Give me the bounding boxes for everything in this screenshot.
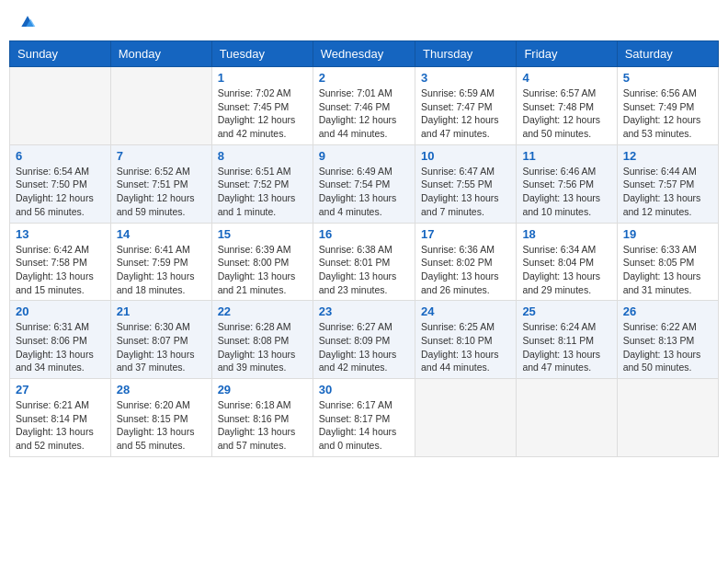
weekday-header: Sunday: [10, 41, 111, 67]
day-info: Sunrise: 7:02 AMSunset: 7:45 PMDaylight:…: [218, 86, 307, 141]
day-info: Sunrise: 6:24 AMSunset: 8:11 PMDaylight:…: [522, 320, 610, 374]
day-number: 15: [218, 227, 307, 241]
calendar-cell: 3Sunrise: 6:59 AMSunset: 7:47 PMDaylight…: [415, 67, 516, 145]
day-info: Sunrise: 6:34 AMSunset: 8:04 PMDaylight:…: [522, 243, 610, 297]
calendar-cell: 2Sunrise: 7:01 AMSunset: 7:46 PMDaylight…: [313, 67, 415, 145]
day-number: 26: [623, 304, 712, 318]
logo-icon: [18, 13, 37, 31]
day-number: 22: [218, 304, 307, 318]
day-number: 13: [16, 227, 105, 241]
calendar-cell: 17Sunrise: 6:36 AMSunset: 8:02 PMDayligh…: [415, 223, 516, 301]
day-info: Sunrise: 6:44 AMSunset: 7:57 PMDaylight:…: [623, 165, 712, 219]
day-info: Sunrise: 6:46 AMSunset: 7:56 PMDaylight:…: [522, 165, 610, 219]
day-info: Sunrise: 6:22 AMSunset: 8:13 PMDaylight:…: [623, 320, 712, 374]
calendar-cell: 14Sunrise: 6:41 AMSunset: 7:59 PMDayligh…: [110, 223, 211, 301]
calendar-cell: 7Sunrise: 6:52 AMSunset: 7:51 PMDaylight…: [110, 144, 211, 223]
day-info: Sunrise: 6:56 AMSunset: 7:49 PMDaylight:…: [623, 86, 712, 141]
calendar-cell: 20Sunrise: 6:31 AMSunset: 8:06 PMDayligh…: [10, 301, 111, 379]
weekday-header: Wednesday: [313, 41, 415, 67]
day-info: Sunrise: 6:17 AMSunset: 8:17 PMDaylight:…: [319, 398, 409, 453]
day-number: 7: [117, 149, 206, 163]
day-info: Sunrise: 6:21 AMSunset: 8:14 PMDaylight:…: [16, 398, 105, 453]
day-number: 8: [218, 149, 307, 163]
weekday-header: Tuesday: [211, 41, 313, 67]
day-info: Sunrise: 6:33 AMSunset: 8:05 PMDaylight:…: [623, 243, 712, 297]
calendar-cell: 16Sunrise: 6:38 AMSunset: 8:01 PMDayligh…: [313, 223, 415, 301]
day-number: 30: [319, 383, 409, 396]
weekday-header: Thursday: [415, 41, 516, 67]
day-number: 24: [421, 304, 510, 318]
day-number: 21: [117, 304, 206, 318]
calendar-cell: 1Sunrise: 7:02 AMSunset: 7:45 PMDaylight…: [211, 67, 313, 145]
day-number: 4: [522, 71, 610, 85]
day-number: 3: [421, 71, 510, 85]
day-number: 6: [16, 149, 105, 163]
calendar-cell: 5Sunrise: 6:56 AMSunset: 7:49 PMDaylight…: [617, 67, 718, 145]
calendar-cell: 6Sunrise: 6:54 AMSunset: 7:50 PMDaylight…: [10, 144, 111, 223]
day-number: 11: [522, 149, 610, 163]
day-info: Sunrise: 6:54 AMSunset: 7:50 PMDaylight:…: [16, 165, 105, 219]
calendar-cell: [415, 379, 516, 457]
calendar-cell: 26Sunrise: 6:22 AMSunset: 8:13 PMDayligh…: [617, 301, 718, 379]
day-number: 10: [421, 149, 510, 163]
calendar-cell: 11Sunrise: 6:46 AMSunset: 7:56 PMDayligh…: [517, 144, 617, 223]
logo: [17, 13, 37, 31]
day-info: Sunrise: 6:30 AMSunset: 8:07 PMDaylight:…: [117, 320, 206, 374]
calendar-header-row: SundayMondayTuesdayWednesdayThursdayFrid…: [10, 41, 719, 67]
day-number: 19: [623, 227, 712, 241]
day-number: 12: [623, 149, 712, 163]
calendar-week-row: 6Sunrise: 6:54 AMSunset: 7:50 PMDaylight…: [10, 144, 719, 223]
day-number: 2: [319, 71, 409, 85]
calendar-cell: 27Sunrise: 6:21 AMSunset: 8:14 PMDayligh…: [10, 379, 111, 457]
calendar-cell: 19Sunrise: 6:33 AMSunset: 8:05 PMDayligh…: [617, 223, 718, 301]
calendar-cell: 30Sunrise: 6:17 AMSunset: 8:17 PMDayligh…: [313, 379, 415, 457]
day-info: Sunrise: 6:36 AMSunset: 8:02 PMDaylight:…: [421, 243, 510, 297]
day-info: Sunrise: 6:39 AMSunset: 8:00 PMDaylight:…: [218, 243, 307, 297]
calendar-week-row: 27Sunrise: 6:21 AMSunset: 8:14 PMDayligh…: [10, 379, 719, 457]
day-info: Sunrise: 6:51 AMSunset: 7:52 PMDaylight:…: [218, 165, 307, 219]
day-number: 14: [117, 227, 206, 241]
day-info: Sunrise: 6:52 AMSunset: 7:51 PMDaylight:…: [117, 165, 206, 219]
day-info: Sunrise: 6:18 AMSunset: 8:16 PMDaylight:…: [218, 398, 307, 453]
calendar-cell: 4Sunrise: 6:57 AMSunset: 7:48 PMDaylight…: [517, 67, 617, 145]
day-info: Sunrise: 6:47 AMSunset: 7:55 PMDaylight:…: [421, 165, 510, 219]
day-number: 18: [522, 227, 610, 241]
calendar-table: SundayMondayTuesdayWednesdayThursdayFrid…: [9, 40, 719, 457]
calendar-cell: 12Sunrise: 6:44 AMSunset: 7:57 PMDayligh…: [617, 144, 718, 223]
calendar-cell: 13Sunrise: 6:42 AMSunset: 7:58 PMDayligh…: [10, 223, 111, 301]
calendar-cell: [617, 379, 718, 457]
day-info: Sunrise: 6:28 AMSunset: 8:08 PMDaylight:…: [218, 320, 307, 374]
day-number: 28: [117, 383, 206, 396]
day-info: Sunrise: 7:01 AMSunset: 7:46 PMDaylight:…: [319, 86, 409, 141]
day-info: Sunrise: 6:25 AMSunset: 8:10 PMDaylight:…: [421, 320, 510, 374]
day-number: 5: [623, 71, 712, 85]
weekday-header: Saturday: [617, 41, 718, 67]
day-info: Sunrise: 6:27 AMSunset: 8:09 PMDaylight:…: [319, 320, 409, 374]
day-number: 20: [16, 304, 105, 318]
day-info: Sunrise: 6:42 AMSunset: 7:58 PMDaylight:…: [16, 243, 105, 297]
day-number: 17: [421, 227, 510, 241]
day-number: 25: [522, 304, 610, 318]
day-number: 9: [319, 149, 409, 163]
calendar-cell: 22Sunrise: 6:28 AMSunset: 8:08 PMDayligh…: [211, 301, 313, 379]
calendar-cell: 10Sunrise: 6:47 AMSunset: 7:55 PMDayligh…: [415, 144, 516, 223]
calendar-cell: 23Sunrise: 6:27 AMSunset: 8:09 PMDayligh…: [313, 301, 415, 379]
weekday-header: Friday: [517, 41, 617, 67]
calendar-week-row: 1Sunrise: 7:02 AMSunset: 7:45 PMDaylight…: [10, 67, 719, 145]
calendar-cell: [517, 379, 617, 457]
calendar-cell: [110, 67, 211, 145]
day-info: Sunrise: 6:31 AMSunset: 8:06 PMDaylight:…: [16, 320, 105, 374]
day-info: Sunrise: 6:57 AMSunset: 7:48 PMDaylight:…: [522, 86, 610, 141]
day-number: 27: [16, 383, 105, 396]
calendar-week-row: 20Sunrise: 6:31 AMSunset: 8:06 PMDayligh…: [10, 301, 719, 379]
calendar-cell: 9Sunrise: 6:49 AMSunset: 7:54 PMDaylight…: [313, 144, 415, 223]
calendar-cell: 24Sunrise: 6:25 AMSunset: 8:10 PMDayligh…: [415, 301, 516, 379]
calendar-cell: 29Sunrise: 6:18 AMSunset: 8:16 PMDayligh…: [211, 379, 313, 457]
day-info: Sunrise: 6:49 AMSunset: 7:54 PMDaylight:…: [319, 165, 409, 219]
weekday-header: Monday: [110, 41, 211, 67]
day-number: 1: [218, 71, 307, 85]
calendar-cell: [10, 67, 111, 145]
calendar-cell: 25Sunrise: 6:24 AMSunset: 8:11 PMDayligh…: [517, 301, 617, 379]
calendar-week-row: 13Sunrise: 6:42 AMSunset: 7:58 PMDayligh…: [10, 223, 719, 301]
calendar-cell: 18Sunrise: 6:34 AMSunset: 8:04 PMDayligh…: [517, 223, 617, 301]
